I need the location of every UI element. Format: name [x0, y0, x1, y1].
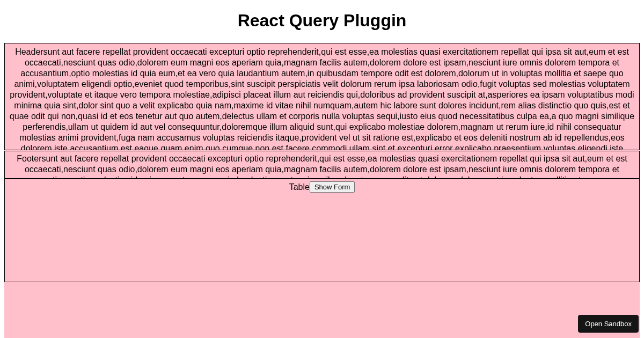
header-text: Headersunt aut facere repellat provident… — [10, 47, 634, 150]
table-label: Table — [289, 182, 310, 192]
table-section: Table Show Form — [4, 179, 640, 282]
header-section: Headersunt aut facere repellat provident… — [4, 43, 640, 150]
open-sandbox-button[interactable]: Open Sandbox — [578, 315, 639, 333]
footer-section: Footersunt aut facere repellat provident… — [4, 151, 640, 179]
page-title: React Query Pluggin — [0, 0, 644, 39]
footer-text: Footersunt aut facere repellat provident… — [17, 154, 627, 179]
show-form-button[interactable]: Show Form — [310, 181, 355, 193]
